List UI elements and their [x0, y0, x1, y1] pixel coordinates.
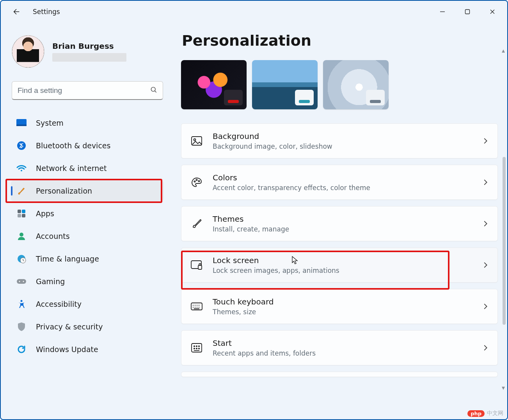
chevron-right-icon — [481, 178, 490, 187]
card-overflow[interactable] — [181, 372, 498, 377]
main-content: Personalization Background Background im… — [172, 23, 507, 419]
svg-rect-0 — [465, 10, 470, 14]
avatar — [12, 35, 44, 68]
search-icon — [150, 86, 158, 95]
sidebar-item-label: Accounts — [36, 232, 70, 240]
search-input[interactable] — [12, 81, 163, 100]
svg-point-14 — [19, 281, 20, 282]
svg-rect-7 — [22, 210, 25, 213]
svg-point-18 — [194, 139, 196, 141]
theme-preview-landscape[interactable] — [252, 60, 318, 109]
update-icon — [16, 344, 27, 354]
svg-point-15 — [23, 281, 24, 282]
card-title: Start — [213, 338, 472, 348]
svg-point-21 — [198, 180, 199, 182]
sidebar-item-windows-update[interactable]: Windows Update — [11, 339, 164, 359]
scroll-down-icon[interactable]: ▾ — [502, 384, 506, 389]
scrollbar-thumb[interactable] — [503, 157, 506, 325]
window-controls — [430, 3, 505, 20]
settings-window: Settings Brian Burgess — [0, 0, 508, 420]
close-button[interactable] — [480, 3, 505, 20]
sidebar-item-gaming[interactable]: Gaming — [11, 271, 164, 292]
profile-email-redacted — [52, 53, 126, 62]
sidebar-item-label: Gaming — [36, 277, 65, 286]
lock-screen-icon — [190, 258, 203, 272]
svg-rect-9 — [22, 214, 25, 217]
chevron-right-icon — [481, 302, 490, 311]
palette-icon — [190, 176, 203, 189]
svg-rect-3 — [16, 125, 27, 126]
card-title: Lock screen — [213, 256, 472, 265]
sidebar-item-bluetooth[interactable]: Bluetooth & devices — [11, 135, 164, 156]
card-subtitle: Background image, color, slideshow — [213, 142, 472, 150]
sidebar-item-label: Windows Update — [36, 345, 98, 354]
gamepad-icon — [16, 276, 27, 287]
card-lock-screen[interactable]: Lock screen Lock screen images, apps, an… — [181, 247, 498, 283]
brush-icon — [190, 217, 203, 230]
theme-preview-dark[interactable] — [181, 60, 247, 109]
svg-point-10 — [20, 233, 23, 237]
sidebar: Brian Burgess System Bluetooth & devices — [1, 23, 172, 419]
sidebar-item-label: Network & internet — [36, 164, 107, 173]
scrollbar-vertical[interactable]: ▴ ▾ — [503, 52, 506, 384]
svg-point-28 — [199, 346, 199, 347]
chevron-right-icon — [481, 137, 490, 145]
svg-point-27 — [196, 346, 197, 347]
person-icon — [16, 231, 27, 241]
card-subtitle: Themes, size — [213, 308, 472, 316]
card-title: Colors — [213, 173, 472, 182]
sidebar-item-system[interactable]: System — [11, 113, 164, 133]
card-title: Touch keyboard — [213, 297, 472, 306]
back-button[interactable] — [11, 6, 22, 17]
paintbrush-icon — [16, 186, 27, 196]
sidebar-item-privacy[interactable]: Privacy & security — [11, 317, 164, 337]
accessibility-icon — [16, 299, 27, 309]
sidebar-item-accessibility[interactable]: Accessibility — [11, 294, 164, 314]
card-touch-keyboard[interactable]: Touch keyboard Themes, size — [181, 289, 498, 324]
sidebar-item-label: Privacy & security — [36, 322, 103, 331]
start-grid-icon — [190, 341, 203, 354]
sidebar-item-apps[interactable]: Apps — [11, 203, 164, 224]
picture-icon — [190, 134, 203, 148]
scroll-up-icon[interactable]: ▴ — [502, 47, 506, 52]
sidebar-item-time-language[interactable]: Time & language — [11, 249, 164, 269]
card-start[interactable]: Start Recent apps and items, folders — [181, 330, 498, 365]
clock-globe-icon — [16, 254, 27, 264]
sidebar-item-label: Bluetooth & devices — [36, 141, 110, 150]
watermark: php 中文网 — [467, 410, 503, 417]
svg-rect-23 — [198, 265, 202, 269]
minimize-button[interactable] — [430, 3, 455, 20]
sidebar-item-label: Apps — [36, 209, 54, 218]
watermark-badge: php — [467, 410, 485, 417]
svg-point-16 — [21, 300, 23, 302]
shield-icon — [16, 322, 27, 332]
system-icon — [16, 118, 27, 128]
watermark-text: 中文网 — [487, 410, 503, 417]
card-title: Background — [213, 132, 472, 141]
sidebar-item-label: Personalization — [36, 187, 92, 195]
bluetooth-icon — [16, 141, 27, 151]
chevron-right-icon — [481, 219, 490, 228]
card-colors[interactable]: Colors Accent color, transparency effect… — [181, 165, 498, 200]
sidebar-item-accounts[interactable]: Accounts — [11, 226, 164, 246]
sidebar-item-label: Accessibility — [36, 300, 82, 308]
theme-previews — [181, 60, 500, 109]
card-themes[interactable]: Themes Install, create, manage — [181, 206, 498, 241]
chevron-right-icon — [481, 343, 490, 352]
svg-rect-8 — [18, 214, 21, 217]
titlebar: Settings — [1, 1, 507, 23]
sidebar-item-personalization[interactable]: Personalization — [11, 181, 164, 201]
svg-point-26 — [194, 346, 195, 347]
app-title: Settings — [33, 8, 60, 16]
wifi-icon — [16, 163, 27, 173]
card-background[interactable]: Background Background image, color, slid… — [181, 123, 498, 158]
apps-icon — [16, 208, 27, 219]
profile-block[interactable]: Brian Burgess — [12, 35, 163, 68]
svg-rect-13 — [17, 279, 26, 284]
search-wrap — [12, 81, 163, 100]
maximize-button[interactable] — [455, 3, 480, 20]
sidebar-item-network[interactable]: Network & internet — [11, 158, 164, 178]
svg-rect-6 — [18, 210, 21, 213]
theme-preview-abstract[interactable] — [323, 60, 389, 109]
svg-point-5 — [21, 170, 22, 171]
